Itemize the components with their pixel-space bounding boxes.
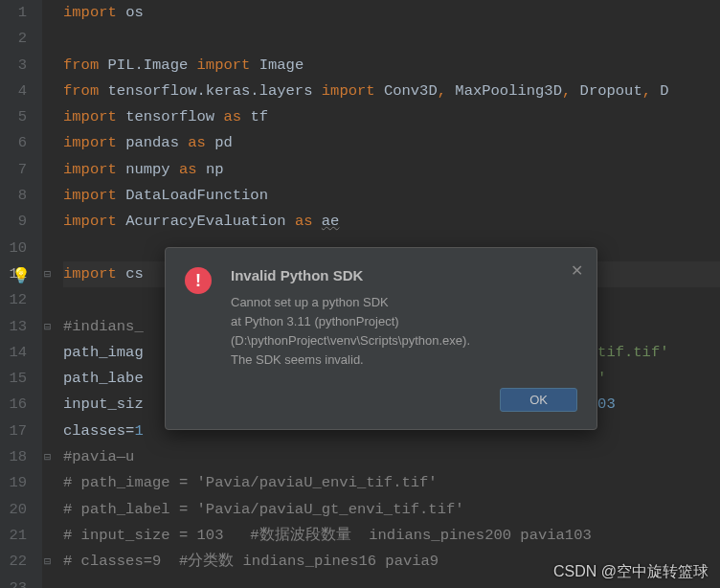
fold-marker[interactable]: ⊟ (44, 320, 51, 334)
code-line[interactable]: import tensorflow as tf (63, 104, 720, 130)
fold-marker[interactable]: ⊟ (44, 450, 51, 464)
line-number: 3 (8, 53, 27, 79)
line-number: 17 (8, 418, 27, 444)
code-line[interactable]: # input_size = 103 #数据波段数量 indians_pines… (63, 523, 720, 549)
code-line[interactable]: import pandas as pd (63, 130, 720, 156)
line-number: 6 (8, 130, 27, 156)
line-number: 16 (8, 392, 27, 418)
code-line[interactable]: import os (63, 0, 720, 26)
line-number: 23 (8, 576, 27, 588)
code-line[interactable]: from PIL.Image import Image (63, 53, 720, 79)
code-line[interactable] (63, 26, 720, 52)
line-number: 5 (8, 104, 27, 130)
code-line[interactable]: # path_label = 'Pavia/paviaU_gt_envi_tif… (63, 497, 720, 523)
line-number-gutter: 1234567891011121314151617181920212223 (0, 0, 42, 588)
fold-marker[interactable]: ⊟ (44, 554, 51, 569)
line-number: 4 (8, 79, 27, 104)
line-number: 21 (8, 523, 27, 549)
line-number: 12 (8, 287, 27, 313)
code-line[interactable]: # path_image = 'Pavia/paviaU_envi_tif.ti… (63, 470, 720, 496)
close-icon[interactable]: ✕ (571, 261, 583, 280)
line-number: 22 (8, 549, 27, 575)
code-line[interactable]: import numpy as np (63, 157, 720, 183)
line-number: 15 (8, 366, 27, 392)
line-number: 9 (8, 209, 27, 235)
code-line[interactable]: import DataLoadFunction (63, 183, 720, 209)
watermark: CSDN @空中旋转篮球 (553, 562, 709, 582)
ok-button[interactable]: OK (500, 388, 577, 412)
code-line[interactable]: import AcurracyEvaluation as ae (63, 209, 720, 235)
line-number: 8 (8, 183, 27, 209)
line-number: 19 (8, 470, 27, 496)
line-number: 20 (8, 497, 27, 523)
line-number: 2 (8, 26, 27, 52)
fold-marker[interactable]: ⊟ (44, 267, 51, 282)
error-dialog: ✕ ! Invalid Python SDK Cannot set up a p… (165, 247, 597, 430)
line-number: 7 (8, 157, 27, 183)
dialog-title: Invalid Python SDK (231, 267, 577, 283)
line-number: 14 (8, 340, 27, 366)
line-number: 18 (8, 444, 27, 470)
error-icon: ! (185, 267, 212, 294)
line-number: 1 (8, 0, 27, 26)
dialog-message: Cannot set up a python SDK at Python 3.1… (231, 293, 577, 371)
code-line[interactable]: #pavia—u (63, 444, 720, 470)
line-number: 13 (8, 314, 27, 340)
line-number: 10 (8, 236, 27, 261)
code-line[interactable]: from tensorflow.keras.layers import Conv… (63, 79, 720, 104)
intention-bulb-icon[interactable]: 💡 (11, 266, 31, 285)
fold-column: ⊟⊟⊟⊟ (42, 0, 59, 588)
